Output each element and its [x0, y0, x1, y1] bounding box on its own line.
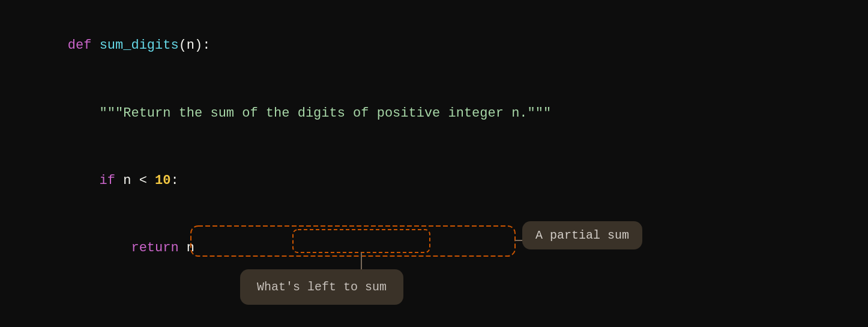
func-name: sum_digits [100, 38, 179, 53]
code-line-4: return n [36, 215, 832, 282]
colon: : [202, 38, 210, 53]
return-n: n [187, 240, 194, 255]
keyword-return-1: return [68, 240, 187, 255]
paren-open: ( [179, 38, 187, 53]
var-n: n < [123, 173, 155, 188]
tooltip-partial-sum: A partial sum [522, 221, 642, 249]
keyword-def: def [68, 38, 100, 53]
colon-if: : [170, 173, 178, 188]
tooltip-partial-text: A partial sum [535, 228, 629, 242]
keyword-if: if [68, 173, 123, 188]
code-line-2: """Return the sum of the digits of posit… [36, 79, 832, 147]
code-line-1: def sum_digits(n): [36, 12, 832, 79]
param-n: n [187, 38, 194, 53]
tooltip-whats-left-text: What's left to sum [257, 280, 387, 294]
tooltip-whats-left: What's left to sum [240, 269, 403, 305]
code-container: def sum_digits(n): """Return the sum of … [0, 0, 868, 327]
code-line-3: if n < 10: [36, 147, 832, 214]
code-line-5 [36, 282, 832, 304]
number-10: 10 [155, 173, 170, 188]
docstring: """Return the sum of the digits of posit… [68, 106, 551, 121]
paren-close: ) [194, 38, 202, 53]
code-line-6: else: [36, 304, 832, 327]
